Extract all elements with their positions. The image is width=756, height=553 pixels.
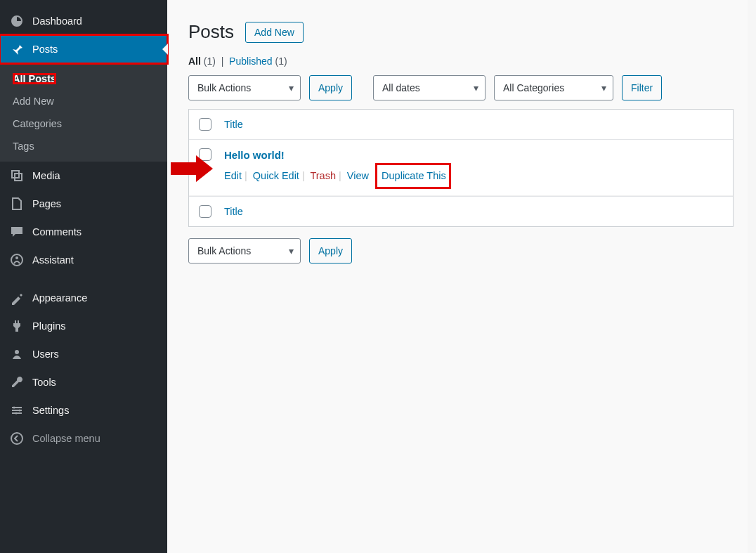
comments-icon — [10, 225, 24, 239]
tablenav-top: Bulk Actions Apply All dates All Categor… — [188, 75, 734, 100]
media-icon — [10, 169, 24, 183]
column-title-bottom[interactable]: Title — [224, 206, 243, 217]
posts-table: Title Hello world! Edit| Quick Edit| Tra… — [188, 109, 734, 227]
plugins-icon — [10, 319, 24, 333]
pin-icon — [10, 42, 24, 56]
sidebar-label: Plugins — [32, 320, 66, 332]
posts-submenu: All Posts Add New Categories Tags — [0, 63, 167, 162]
bulk-actions-select[interactable]: Bulk Actions — [188, 75, 301, 100]
sub-item-categories[interactable]: Categories — [0, 112, 167, 135]
bulk-actions-select-bottom[interactable]: Bulk Actions — [188, 238, 301, 264]
view-link[interactable]: View — [347, 169, 369, 183]
active-indicator-icon — [162, 44, 168, 55]
users-icon — [10, 347, 24, 361]
sidebar-label: Tools — [32, 377, 56, 388]
sidebar-item-posts[interactable]: Posts — [0, 35, 167, 63]
filter-published[interactable]: Published (1) — [229, 56, 287, 67]
add-new-button[interactable]: Add New — [245, 22, 304, 43]
sub-item-tags[interactable]: Tags — [0, 135, 167, 157]
filter-button[interactable]: Filter — [622, 75, 662, 100]
sidebar-item-dashboard[interactable]: Dashboard — [0, 7, 167, 35]
sidebar-item-users[interactable]: Users — [0, 340, 167, 368]
sidebar-item-media[interactable]: Media — [0, 162, 167, 190]
sidebar-label: Assistant — [32, 254, 74, 266]
select-all-checkbox[interactable] — [199, 118, 211, 131]
settings-icon — [10, 403, 24, 417]
quick-edit-link[interactable]: Quick Edit — [253, 169, 299, 183]
annotation-highlight-box: Duplicate This — [377, 165, 449, 187]
table-header: Title — [189, 110, 733, 140]
collapse-icon — [10, 431, 24, 445]
sub-label: All Posts — [13, 73, 56, 84]
sidebar-item-assistant[interactable]: Assistant — [0, 246, 167, 274]
column-title[interactable]: Title — [224, 119, 243, 130]
select-all-checkbox-bottom[interactable] — [199, 205, 211, 218]
trash-link[interactable]: Trash — [310, 169, 336, 183]
post-title-link[interactable]: Hello world! — [224, 149, 285, 161]
status-filter-links: All (1) | Published (1) — [188, 56, 734, 67]
pages-icon — [10, 197, 24, 211]
sidebar-label: Dashboard — [32, 15, 82, 27]
svg-point-6 — [11, 433, 22, 444]
dashboard-icon — [10, 14, 24, 28]
dates-select[interactable]: All dates — [373, 75, 485, 100]
svg-point-3 — [13, 407, 15, 409]
sidebar-item-comments[interactable]: Comments — [0, 218, 167, 246]
row-actions: Edit| Quick Edit| Trash| View Duplicate … — [224, 165, 723, 187]
sidebar-item-settings[interactable]: Settings — [0, 396, 167, 424]
svg-point-5 — [15, 412, 18, 415]
appearance-icon — [10, 291, 24, 305]
svg-point-2 — [15, 350, 19, 354]
tablenav-bottom: Bulk Actions Apply — [188, 238, 734, 264]
annotation-arrow-icon — [171, 155, 213, 185]
assistant-icon — [10, 253, 24, 267]
main-content: Posts Add New All (1) | Published (1) Bu… — [167, 0, 756, 553]
svg-point-0 — [11, 254, 22, 266]
sidebar-label: Appearance — [32, 292, 87, 304]
sub-item-add-new[interactable]: Add New — [0, 90, 167, 112]
categories-select[interactable]: All Categories — [494, 75, 613, 100]
page-title: Posts — [188, 21, 234, 43]
sidebar-label: Settings — [32, 405, 69, 416]
sidebar-item-plugins[interactable]: Plugins — [0, 312, 167, 340]
apply-button[interactable]: Apply — [309, 75, 352, 100]
sidebar-item-tools[interactable]: Tools — [0, 368, 167, 396]
sidebar-label: Media — [32, 170, 60, 181]
table-footer: Title — [189, 196, 733, 226]
sidebar-label: Pages — [32, 198, 61, 209]
filter-all[interactable]: All (1) — [188, 56, 216, 67]
sidebar-item-collapse[interactable]: Collapse menu — [0, 424, 167, 453]
sidebar-label: Posts — [32, 44, 58, 55]
tools-icon — [10, 375, 24, 389]
sidebar-label: Comments — [32, 226, 82, 238]
sidebar-item-appearance[interactable]: Appearance — [0, 284, 167, 312]
svg-point-1 — [15, 256, 18, 259]
sidebar-item-pages[interactable]: Pages — [0, 190, 167, 218]
edit-link[interactable]: Edit — [224, 169, 242, 183]
sidebar-label: Users — [32, 349, 59, 360]
sub-item-all-posts[interactable]: All Posts — [0, 67, 167, 90]
svg-point-4 — [19, 410, 21, 412]
apply-button-bottom[interactable]: Apply — [309, 238, 352, 264]
sidebar-label: Collapse menu — [32, 433, 100, 444]
page-header: Posts Add New — [188, 21, 734, 43]
admin-sidebar: Dashboard Posts All Posts Add New Catego… — [0, 0, 167, 553]
table-row: Hello world! Edit| Quick Edit| Trash| Vi… — [189, 140, 733, 196]
duplicate-link[interactable]: Duplicate This — [382, 169, 446, 183]
